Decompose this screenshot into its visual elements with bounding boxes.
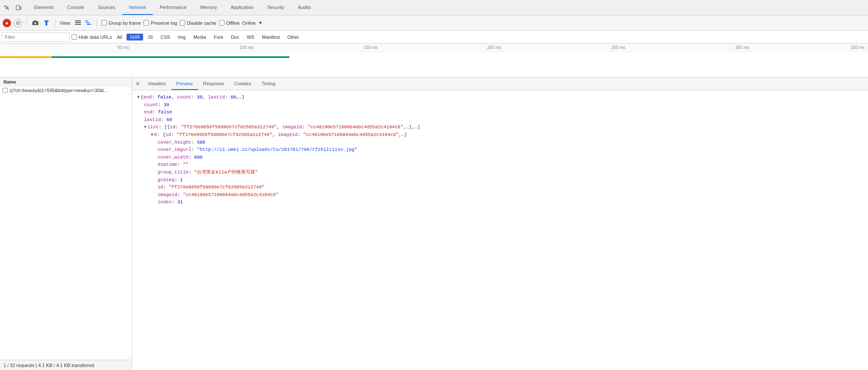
filter-xhr[interactable]: XHR <box>126 34 143 40</box>
tick-200ms: 200 ms <box>487 45 501 50</box>
list-view-icon[interactable] <box>74 19 82 27</box>
timeline-bar-yellow <box>0 56 51 58</box>
filter-media[interactable]: Media <box>190 34 210 40</box>
json-end-line: end : false <box>137 109 863 116</box>
filter-input[interactable] <box>2 32 70 42</box>
tick-150ms: 150 ms <box>364 45 378 50</box>
timeline-bar-area <box>0 52 868 78</box>
tab-preview[interactable]: Preview <box>171 78 198 90</box>
tick-350ms: 350 ms <box>851 45 865 50</box>
filter-manifest[interactable]: Manifest <box>259 34 283 40</box>
json-cover-width-line: cover_width : 880 <box>137 154 863 162</box>
json-list-line: ▼ list : [{ id : "ff276e8056f58896e7cf92… <box>137 124 863 131</box>
detail-panel: ✕ Headers Preview Response Cookies Timin… <box>132 78 868 370</box>
tab-elements[interactable]: Elements <box>27 0 60 15</box>
tab-headers[interactable]: Headers <box>143 78 171 90</box>
filter-doc[interactable]: Doc <box>227 34 243 40</box>
filter-row: Hide data URLs All XHR JS CSS Img Media … <box>0 31 868 43</box>
timeline-ruler: 50 ms 100 ms 150 ms 200 ms 250 ms 300 ms… <box>0 43 868 52</box>
online-select[interactable]: Online ▼ <box>242 20 263 26</box>
tab-security[interactable]: Security <box>260 0 291 15</box>
view-icons <box>74 19 92 27</box>
filter-font[interactable]: Font <box>210 34 227 40</box>
preserve-log-checkbox[interactable] <box>144 20 149 26</box>
json-root-line: ▼ { end : false , count : 30 , lastid : … <box>137 94 863 101</box>
group-by-frame-checkbox[interactable] <box>101 20 107 26</box>
nav-tabs: Elements Console Sources Network Perform… <box>27 0 318 15</box>
hide-data-urls-checkbox[interactable] <box>72 34 77 40</box>
svg-rect-9 <box>75 22 81 23</box>
tick-100ms: 100 ms <box>240 45 254 50</box>
preview-content[interactable]: ▼ { end : false , count : 30 , lastid : … <box>132 90 868 370</box>
device-icon[interactable] <box>14 3 24 13</box>
online-dropdown-arrow[interactable]: ▼ <box>258 20 262 25</box>
close-detail-button[interactable]: ✕ <box>134 80 141 88</box>
timeline-area: 50 ms 100 ms 150 ms 200 ms 250 ms 300 ms… <box>0 43 868 78</box>
tab-sources[interactable]: Sources <box>91 0 122 15</box>
svg-rect-10 <box>75 24 81 25</box>
group-by-frame-label[interactable]: Group by frame <box>101 20 141 26</box>
item0-toggle[interactable]: ▼ <box>151 132 153 139</box>
record-button[interactable]: ● <box>3 19 11 27</box>
tick-50ms: 50 ms <box>117 45 129 50</box>
status-text: 1 / 32 requests | 4.1 KB / 4.1 KB transf… <box>3 363 94 368</box>
svg-line-0 <box>7 8 9 10</box>
json-dsptime-line: dsptime : "" <box>137 161 863 169</box>
tab-cookies[interactable]: Cookies <box>229 78 256 90</box>
hide-data-urls-label[interactable]: Hide data URLs <box>72 34 112 40</box>
disable-cache-label[interactable]: Disable cache <box>180 20 216 26</box>
status-bar: 1 / 32 requests | 4.1 KB / 4.1 KB transf… <box>0 360 132 370</box>
tick-250ms: 250 ms <box>611 45 625 50</box>
json-lastid-line: lastid : 60 <box>137 116 863 124</box>
tab-response[interactable]: Response <box>198 78 230 90</box>
item-name-text: zj?ch=beauty&t1=595&listtype=new&sn=30&l… <box>9 88 108 93</box>
json-count-line: count : 30 <box>137 101 863 109</box>
name-header: Name <box>0 78 132 87</box>
tab-timing[interactable]: Timing <box>256 78 281 90</box>
filter-css[interactable]: CSS <box>157 34 174 40</box>
json-cover-imgurl-line: cover_imgurl : "http://i1.umei.cc/upload… <box>137 146 863 154</box>
json-id-line: id : "ff276e8056f58896e7cf92505a312749" <box>137 184 863 191</box>
devtools-icons <box>2 3 24 13</box>
inspect-icon[interactable] <box>2 3 12 13</box>
offline-checkbox[interactable] <box>219 20 224 26</box>
json-cover-height-line: cover_height : 586 <box>137 139 863 147</box>
filter-other[interactable]: Other <box>284 34 303 40</box>
detail-tabs: ✕ Headers Preview Response Cookies Timin… <box>132 78 868 90</box>
filter-type-buttons: All XHR JS CSS Img Media Font Doc WS Man… <box>114 34 303 40</box>
root-toggle[interactable]: ▼ <box>137 94 140 101</box>
clear-button[interactable]: ⊘ <box>14 19 22 27</box>
tick-300ms: 300 ms <box>736 45 750 50</box>
disable-cache-checkbox[interactable] <box>180 20 185 26</box>
svg-rect-12 <box>86 22 89 23</box>
toolbar-divider-3 <box>97 19 97 27</box>
camera-icon[interactable] <box>31 19 40 27</box>
filter-js[interactable]: JS <box>144 34 156 40</box>
svg-point-5 <box>35 23 36 24</box>
tab-network[interactable]: Network <box>122 0 153 15</box>
json-group-title-line: group_title : "台湾美女Kila户外唯美写真" <box>137 169 863 176</box>
tab-console[interactable]: Console <box>60 0 91 15</box>
preserve-log-label[interactable]: Preserve log <box>144 20 177 26</box>
list-toggle[interactable]: ▼ <box>144 124 147 131</box>
tab-memory[interactable]: Memory <box>193 0 224 15</box>
svg-rect-11 <box>85 20 88 21</box>
tab-application[interactable]: Application <box>224 0 261 15</box>
list-item[interactable]: zj?ch=beauty&t1=595&listtype=new&sn=30&l… <box>0 87 132 95</box>
top-nav: Elements Console Sources Network Perform… <box>0 0 868 15</box>
timeline-bar-green <box>51 56 290 58</box>
waterfall-view-icon[interactable] <box>84 19 92 27</box>
offline-label[interactable]: Offline <box>219 20 240 26</box>
filter-all[interactable]: All <box>114 34 126 40</box>
svg-rect-1 <box>16 6 20 10</box>
filter-icon[interactable] <box>42 19 51 27</box>
network-toolbar: ● ⊘ View: <box>0 15 868 31</box>
svg-rect-8 <box>75 20 81 21</box>
filter-img[interactable]: Img <box>175 34 189 40</box>
tab-audits[interactable]: Audits <box>291 0 318 15</box>
name-list: zj?ch=beauty&t1=595&listtype=new&sn=30&l… <box>0 87 132 360</box>
tab-performance[interactable]: Performance <box>153 0 193 15</box>
item-checkbox[interactable] <box>3 88 8 93</box>
svg-rect-13 <box>87 24 91 25</box>
filter-ws[interactable]: WS <box>243 34 258 40</box>
